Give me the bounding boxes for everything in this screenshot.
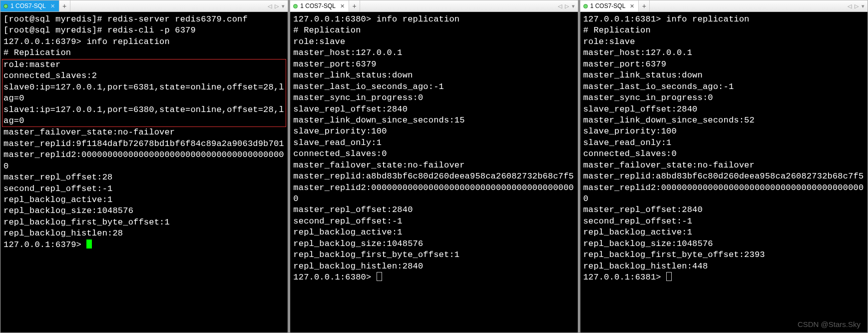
new-tab-button[interactable]: + <box>59 0 70 12</box>
tab-cos7-sql[interactable]: 1 COS7-SQL ✕ <box>0 0 59 12</box>
new-tab-button[interactable]: + <box>349 0 360 12</box>
terminal-text: 127.0.0.1:6381> info replication # Repli… <box>583 14 864 271</box>
tab-left-icon[interactable]: ◁ <box>557 3 563 10</box>
prompt-text: 127.0.0.1:6380> <box>293 272 376 282</box>
tabbar-controls: ◁ ▷ ▾ <box>557 0 578 12</box>
terminal-text-box: role:master connected_slaves:2 slave0:ip… <box>3 60 284 126</box>
prompt-text: 127.0.0.1:6381> <box>583 272 666 282</box>
close-icon[interactable]: ✕ <box>630 3 634 10</box>
status-dot-icon <box>293 4 298 8</box>
terminal-text-pre: [root@sql myredis]# redis-server redis63… <box>3 14 248 58</box>
tabbar: 1 COS7-SQL ✕ + ◁ ▷ ▾ <box>580 0 868 12</box>
close-icon[interactable]: ✕ <box>50 3 55 10</box>
cursor-icon <box>666 272 672 281</box>
tab-left-icon[interactable]: ◁ <box>847 3 853 10</box>
tab-menu-icon[interactable]: ▾ <box>861 3 866 10</box>
cursor-icon <box>86 240 92 248</box>
tab-label: 1 COS7-SQL <box>10 2 46 10</box>
tab-label: 1 COS7-SQL <box>590 2 626 10</box>
tab-right-icon[interactable]: ▷ <box>854 3 860 10</box>
close-icon[interactable]: ✕ <box>340 3 345 10</box>
terminal-output[interactable]: 127.0.0.1:6380> info replication # Repli… <box>290 12 577 332</box>
tab-cos7-sql[interactable]: 1 COS7-SQL ✕ <box>580 0 639 12</box>
tab-menu-icon[interactable]: ▾ <box>571 3 576 10</box>
status-dot-icon <box>3 4 8 8</box>
terminal-text-post: master_failover_state:no-failover master… <box>3 128 284 238</box>
cursor-icon <box>377 272 382 281</box>
tab-menu-icon[interactable]: ▾ <box>281 3 286 10</box>
terminal-pane-1: 1 COS7-SQL ✕ + ◁ ▷ ▾ [root@sql myredis]#… <box>0 0 288 333</box>
tab-left-icon[interactable]: ◁ <box>267 3 273 10</box>
terminal-text: 127.0.0.1:6380> info replication # Repli… <box>293 14 574 271</box>
highlight-box: role:master connected_slaves:2 slave0:ip… <box>2 59 286 128</box>
status-dot-icon <box>583 4 588 8</box>
terminal-output[interactable]: [root@sql myredis]# redis-server redis63… <box>0 12 288 332</box>
tab-cos7-sql[interactable]: 1 COS7-SQL ✕ <box>290 0 349 12</box>
tabbar: 1 COS7-SQL ✕ + ◁ ▷ ▾ <box>0 0 288 12</box>
tab-right-icon[interactable]: ▷ <box>274 3 280 10</box>
tab-right-icon[interactable]: ▷ <box>564 3 570 10</box>
prompt-text: 127.0.0.1:6379> <box>3 240 86 250</box>
terminal-output[interactable]: 127.0.0.1:6381> info replication # Repli… <box>580 12 868 332</box>
tabbar-controls: ◁ ▷ ▾ <box>847 0 868 12</box>
tabbar-controls: ◁ ▷ ▾ <box>267 0 288 12</box>
terminal-pane-3: 1 COS7-SQL ✕ + ◁ ▷ ▾ 127.0.0.1:6381> inf… <box>580 0 868 333</box>
new-tab-button[interactable]: + <box>639 0 650 12</box>
tab-label: 1 COS7-SQL <box>300 2 336 10</box>
tabbar: 1 COS7-SQL ✕ + ◁ ▷ ▾ <box>290 0 577 12</box>
terminal-pane-2: 1 COS7-SQL ✕ + ◁ ▷ ▾ 127.0.0.1:6380> inf… <box>290 0 578 333</box>
